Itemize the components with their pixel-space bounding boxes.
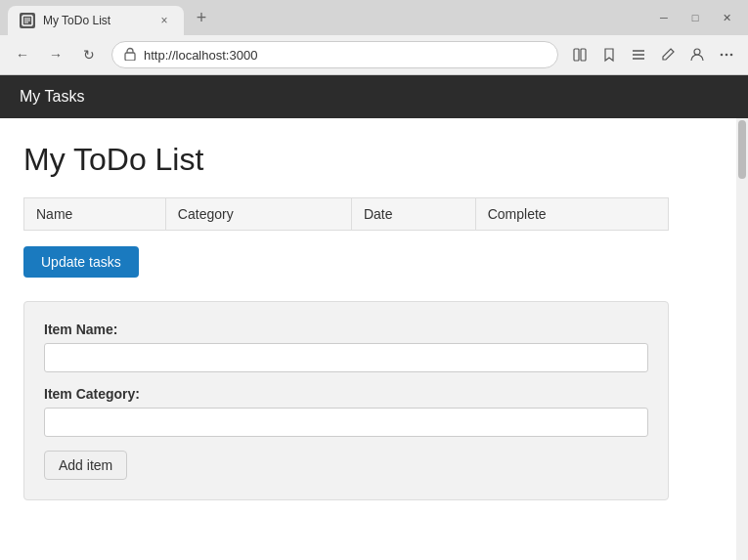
svg-rect-5 [574, 49, 579, 61]
add-item-form: Item Name: Item Category: Add item [23, 301, 669, 500]
minimize-button[interactable]: ─ [650, 4, 678, 31]
item-category-input[interactable] [44, 408, 648, 437]
item-name-label: Item Name: [44, 322, 648, 337]
svg-point-10 [694, 49, 700, 55]
edit-button[interactable] [654, 41, 682, 68]
page-title: My ToDo List [23, 142, 725, 178]
item-name-group: Item Name: [44, 322, 648, 372]
col-name: Name [24, 198, 166, 231]
bookmark-button[interactable] [595, 41, 623, 68]
browser-content: My Tasks My ToDo List Name Category Date… [0, 75, 748, 560]
refresh-button[interactable]: ↻ [74, 40, 104, 69]
reader-mode-button[interactable] [566, 41, 594, 68]
table-header: Name Category Date Complete [24, 198, 669, 231]
svg-point-12 [726, 54, 728, 57]
col-date: Date [351, 198, 475, 231]
new-tab-button[interactable]: + [188, 4, 215, 31]
svg-point-13 [730, 54, 733, 57]
todo-table: Name Category Date Complete [23, 197, 669, 231]
scrollbar-thumb[interactable] [738, 120, 746, 179]
nav-tools [566, 41, 740, 68]
tab-close-button[interactable]: × [156, 13, 172, 28]
active-tab[interactable]: My ToDo List × [8, 6, 184, 35]
browser-chrome: My ToDo List × + ─ □ ✕ ← → ↻ http://loca… [0, 0, 748, 75]
nav-bar: ← → ↻ http://localhost:3000 [0, 35, 748, 74]
back-button[interactable]: ← [8, 40, 37, 69]
item-category-group: Item Category: [44, 386, 648, 437]
update-tasks-button[interactable]: Update tasks [23, 246, 139, 278]
lock-icon [124, 47, 136, 64]
menu-button[interactable] [625, 41, 652, 68]
svg-rect-4 [125, 53, 135, 61]
tab-bar: My ToDo List × + ─ □ ✕ [0, 0, 748, 35]
more-button[interactable] [713, 41, 740, 68]
tab-title: My ToDo List [43, 14, 149, 27]
maximize-button[interactable]: □ [682, 4, 709, 31]
add-item-button[interactable]: Add item [44, 451, 127, 480]
url-text: http://localhost:3000 [144, 48, 546, 63]
account-button[interactable] [683, 41, 711, 68]
tab-favicon [20, 13, 35, 28]
svg-rect-6 [581, 49, 586, 61]
close-button[interactable]: ✕ [713, 4, 740, 31]
col-complete: Complete [475, 198, 668, 231]
item-name-input[interactable] [44, 343, 648, 372]
address-bar[interactable]: http://localhost:3000 [111, 41, 558, 68]
col-category: Category [165, 198, 351, 231]
app-header-title: My Tasks [20, 88, 84, 106]
svg-point-11 [721, 54, 724, 57]
table-header-row: Name Category Date Complete [24, 198, 669, 231]
item-category-label: Item Category: [44, 386, 648, 402]
scrollbar[interactable] [736, 118, 748, 560]
app-header: My Tasks [0, 75, 748, 118]
forward-button[interactable]: → [41, 40, 70, 69]
app-main-content: My ToDo List Name Category Date Complete… [0, 118, 748, 560]
window-controls: ─ □ ✕ [650, 4, 740, 31]
